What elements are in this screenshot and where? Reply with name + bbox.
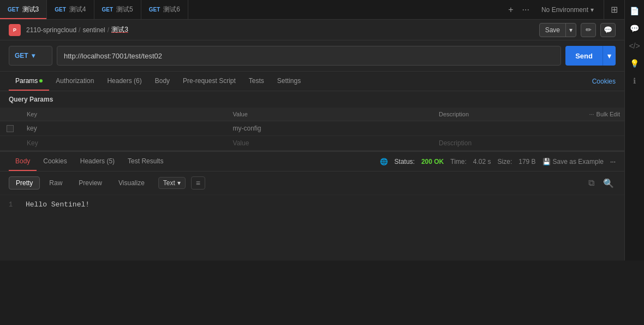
tab-settings[interactable]: Settings [271,72,307,91]
response-status-bar: 🌐 Status: 200 OK Time: 4.02 s Size: 179 … [380,158,616,166]
save-icon: 💾 [542,158,551,166]
method-value: GET [15,52,28,60]
save-arrow-icon: ▾ [566,23,576,37]
globe-icon: 🌐 [380,158,388,166]
text-format-label: Text [163,179,175,187]
edit-icon-button[interactable]: ✏ [581,23,596,37]
preview-button[interactable]: Preview [71,176,109,190]
tab-authorization[interactable]: Authorization [49,72,100,91]
row-description-cell[interactable] [432,121,533,136]
settings-tab-label: Settings [277,77,301,85]
placeholder-description-cell[interactable]: Description [432,136,533,151]
table-row-placeholder: Key Value Description [0,136,624,151]
tab-test6[interactable]: GET 测试6 [141,0,188,19]
breadcrumb-bar: P 2110-springcloud / sentinel / 测试3 Save… [0,20,624,40]
response-text: Hello Sentinel! [26,200,90,209]
request-tabs-row: Params Authorization Headers (6) Body Pr… [0,72,624,91]
sidebar-document-icon[interactable]: 📄 [627,3,642,19]
sidebar-bulb-icon[interactable]: 💡 [627,56,642,71]
topbar-right-icons: ⊞ [604,0,624,19]
row-value-cell[interactable]: my-config [226,121,433,136]
tab-headers[interactable]: Headers (6) [100,72,148,91]
environment-selector[interactable]: No Environment ▾ [536,0,599,19]
tab-tests[interactable]: Tests [242,72,271,91]
tab-bar: GET 测试3 GET 测试4 GET 测试5 GET 测试6 + ··· No… [0,0,624,20]
send-button[interactable]: Send ▾ [565,46,616,66]
resp-headers-label: Headers (5) [80,157,115,165]
tab-method-get3: GET [102,7,114,13]
visualize-button[interactable]: Visualize [111,176,152,190]
authorization-tab-label: Authorization [56,77,94,85]
params-tab-label: Params [15,77,38,85]
resp-tab-headers[interactable]: Headers (5) [74,152,121,171]
row-key-cell[interactable]: key [20,121,226,136]
save-as-example-button[interactable]: 💾 Save as Example [542,158,604,166]
bulk-edit-label[interactable]: Bulk Edit [597,111,620,117]
resp-tab-testresults[interactable]: Test Results [121,152,170,171]
breadcrumb-part-1[interactable]: 2110-springcloud [26,26,76,34]
save-label: Save [540,23,566,37]
col-checkbox [0,108,20,121]
body-tab-label: Body [155,77,170,85]
breadcrumb-part-2[interactable]: sentinel [82,26,105,34]
tab-label-test5: 测试5 [116,5,133,14]
tab-actions: + ··· [502,0,536,19]
tab-label-test3: 测试3 [22,5,39,14]
env-label: No Environment [541,6,588,14]
method-selector[interactable]: GET ▾ [9,46,52,66]
prerequest-tab-label: Pre-request Script [183,77,236,85]
text-format-selector[interactable]: Text ▾ [158,177,186,189]
tab-test4[interactable]: GET 测试4 [47,0,94,19]
time-label: Time: [450,158,467,166]
text-arrow-icon: ▾ [177,179,181,187]
size-value: 179 B [518,158,535,166]
search-button[interactable]: 🔍 [601,176,616,190]
col-key: Key [20,108,226,121]
method-arrow-icon: ▾ [32,52,35,60]
response-more-icon[interactable]: ··· [610,158,616,166]
send-arrow-icon: ▾ [603,46,616,66]
save-button[interactable]: Save ▾ [539,23,576,37]
tab-params[interactable]: Params [9,72,49,91]
sidebar-chat-icon[interactable]: 💬 [627,21,642,36]
raw-button[interactable]: Raw [42,176,69,190]
right-sidebar: 📄 💬 </> 💡 ℹ [624,0,644,261]
url-input[interactable] [57,46,561,66]
response-tabs-row: Body Cookies Headers (5) Test Results 🌐 … [0,152,624,172]
pretty-button[interactable]: Pretty [9,176,40,190]
col-value: Value [226,108,433,121]
breadcrumb-current[interactable]: 测试3 [111,25,128,34]
comment-icon-button[interactable]: 💬 [600,23,616,37]
tab-method-get: GET [8,7,19,13]
new-tab-button[interactable]: + [506,4,515,16]
cookies-link[interactable]: Cookies [592,78,616,85]
more-tabs-button[interactable]: ··· [520,4,532,16]
breadcrumb-actions: Save ▾ ✏ 💬 [539,23,616,37]
sidebar-code-icon[interactable]: </> [627,38,642,54]
response-section: Body Cookies Headers (5) Test Results 🌐 … [0,151,624,261]
tab-prerequest[interactable]: Pre-request Script [176,72,242,91]
tab-test5[interactable]: GET 测试5 [94,0,141,19]
copy-button[interactable]: ⧉ [584,176,598,190]
tab-test3[interactable]: GET 测试3 [0,0,47,19]
breadcrumb-sep-2: / [108,26,109,34]
breadcrumb: 2110-springcloud / sentinel / 测试3 [26,25,128,34]
row-checkbox[interactable] [7,125,14,132]
grid-icon[interactable]: ⊞ [609,3,620,16]
resp-tab-cookies[interactable]: Cookies [37,152,73,171]
sidebar-info-icon[interactable]: ℹ [627,73,642,88]
headers-tab-label: Headers (6) [107,77,141,85]
placeholder-key-cell[interactable]: Key [20,136,226,151]
placeholder-value-cell[interactable]: Value [226,136,433,151]
line-number: 1 [9,201,13,209]
col-actions: ··· Bulk Edit [533,108,624,121]
placeholder-checkbox-cell [0,136,20,151]
word-wrap-button[interactable]: ≡ [191,176,205,190]
send-label: Send [565,46,603,66]
placeholder-action-cell [533,136,624,151]
resp-tab-body[interactable]: Body [9,152,37,171]
response-code-area: 1 Hello Sentinel! [0,195,624,261]
params-table: Key Value Description ··· Bulk Edit [0,108,624,151]
row-checkbox-cell [0,121,20,136]
tab-body[interactable]: Body [148,72,176,91]
